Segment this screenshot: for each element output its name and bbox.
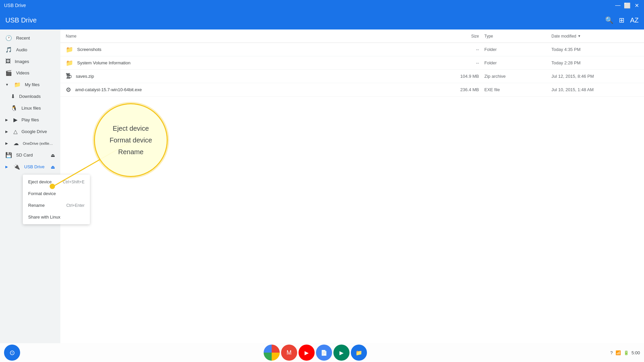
ctx-eject-shortcut: Ctrl+Shift+E bbox=[63, 180, 85, 184]
play-files-icon: ▶ bbox=[13, 117, 17, 123]
sidebar-label-linux-files: Linux files bbox=[21, 106, 41, 111]
date-header-label: Date modified bbox=[551, 34, 576, 39]
file-name: System Volume Information bbox=[77, 60, 444, 65]
sidebar-item-recent[interactable]: 🕐 Recent bbox=[0, 32, 60, 44]
context-menu: Eject device Ctrl+Shift+E Format device … bbox=[23, 175, 90, 224]
sidebar-label-usb-drive: USB Drive bbox=[24, 164, 45, 169]
taskbar-gmail[interactable]: M bbox=[281, 345, 297, 361]
sidebar-label-my-files: My files bbox=[25, 82, 40, 87]
sd-card-eject-icon[interactable]: ⏏ bbox=[51, 153, 55, 158]
folder-icon: 📁 bbox=[66, 46, 73, 53]
main-area: 🕐 Recent 🎵 Audio 🖼 Images 🎬 Videos ▼ 📁 M… bbox=[0, 29, 644, 343]
minimize-button[interactable]: — bbox=[614, 2, 621, 9]
file-date: Today 4:35 PM bbox=[551, 47, 639, 52]
mag-rename[interactable]: Rename bbox=[95, 147, 167, 157]
images-icon: 🖼 bbox=[5, 58, 11, 64]
taskbar-left: ⊙ bbox=[4, 345, 20, 361]
sidebar-item-google-drive[interactable]: ▶ △ Google Drive bbox=[0, 126, 60, 137]
ctx-rename-label: Rename bbox=[28, 203, 45, 208]
file-size: -- bbox=[444, 60, 484, 65]
sidebar-label-images: Images bbox=[15, 59, 29, 64]
battery-icon[interactable]: 🔋 bbox=[624, 350, 629, 355]
column-header-name[interactable]: Name bbox=[66, 34, 444, 39]
table-header: Name Size Type Date modified ▼ bbox=[60, 29, 644, 43]
ctx-format-device[interactable]: Format device bbox=[23, 188, 90, 199]
table-row[interactable]: 📁 System Volume Information -- Folder To… bbox=[60, 56, 644, 70]
sidebar-item-linux-files[interactable]: 🐧 Linux files bbox=[0, 102, 60, 114]
file-date: Jul 10, 2015, 1:48 AM bbox=[551, 87, 639, 92]
expand-google-drive-icon: ▶ bbox=[5, 130, 8, 133]
sidebar-label-recent: Recent bbox=[16, 36, 30, 41]
ctx-eject-label: Eject device bbox=[28, 179, 52, 184]
search-icon[interactable]: 🔍 bbox=[605, 16, 613, 24]
file-type: Zip archive bbox=[484, 74, 551, 79]
magnifier-callout: Eject device Format device Rename bbox=[94, 103, 168, 177]
sidebar-item-downloads[interactable]: ⬇ Downloads bbox=[0, 90, 60, 102]
expand-onedrive-icon: ▶ bbox=[5, 141, 8, 145]
ctx-share-linux[interactable]: Share with Linux bbox=[23, 211, 90, 223]
sidebar-item-onedrive[interactable]: ▶ ☁ OneDrive (exfileme@outlook... bbox=[0, 137, 60, 149]
taskbar-chrome[interactable] bbox=[264, 345, 280, 361]
taskbar-youtube[interactable]: ▶ bbox=[299, 345, 315, 361]
sidebar-item-usb-drive[interactable]: ▶ 🔌 USB Drive ⏏ bbox=[0, 161, 60, 173]
videos-icon: 🎬 bbox=[5, 70, 12, 76]
app-header-actions: 🔍 ⊞ AZ bbox=[605, 16, 639, 24]
file-type: Folder bbox=[484, 60, 551, 65]
table-row[interactable]: 🗜 saves.zip 104.9 MB Zip archive Jul 12,… bbox=[60, 70, 644, 83]
downloads-icon: ⬇ bbox=[11, 93, 15, 100]
table-row[interactable]: 📁 Screenshots -- Folder Today 4:35 PM bbox=[60, 43, 644, 56]
file-size: 236.4 MB bbox=[444, 87, 484, 92]
usb-drive-eject-icon[interactable]: ⏏ bbox=[51, 164, 55, 170]
table-row[interactable]: ⚙ amd-catalyst-15.7-win10-64bit.exe 236.… bbox=[60, 83, 644, 97]
taskbar-files[interactable]: 📁 bbox=[351, 345, 367, 361]
grid-view-icon[interactable]: ⊞ bbox=[619, 16, 625, 24]
column-header-date[interactable]: Date modified ▼ bbox=[551, 34, 639, 39]
ctx-eject-device[interactable]: Eject device Ctrl+Shift+E bbox=[23, 176, 90, 188]
sidebar-item-videos[interactable]: 🎬 Videos bbox=[0, 67, 60, 79]
file-size: 104.9 MB bbox=[444, 74, 484, 79]
audio-icon: 🎵 bbox=[5, 47, 12, 53]
sd-card-icon: 💾 bbox=[5, 152, 12, 158]
mag-format-device[interactable]: Format device bbox=[95, 135, 167, 145]
help-icon[interactable]: ? bbox=[610, 350, 612, 355]
taskbar: ⊙ M ▶ 📄 ▶ 📁 ? 📶 🔋 5:00 bbox=[0, 343, 644, 362]
ctx-share-label: Share with Linux bbox=[28, 215, 60, 220]
title-bar: USB Drive — ⬜ ✕ bbox=[0, 0, 644, 11]
folder-icon: 📁 bbox=[66, 59, 73, 67]
sidebar-item-play-files[interactable]: ▶ ▶ Play files bbox=[0, 114, 60, 126]
sidebar-label-downloads: Downloads bbox=[19, 94, 41, 99]
ctx-format-label: Format device bbox=[28, 191, 56, 196]
sidebar-item-sd-card[interactable]: 💾 SD Card ⏏ bbox=[0, 149, 60, 161]
launcher-button[interactable]: ⊙ bbox=[4, 345, 20, 361]
sidebar-label-videos: Videos bbox=[16, 70, 30, 75]
file-date: Today 2:28 PM bbox=[551, 60, 639, 65]
clock: 5:00 bbox=[632, 350, 640, 355]
taskbar-center: M ▶ 📄 ▶ 📁 bbox=[264, 345, 367, 361]
sort-button[interactable]: AZ bbox=[630, 16, 639, 24]
title-bar-title: USB Drive bbox=[4, 3, 26, 8]
column-header-size[interactable]: Size bbox=[444, 34, 484, 39]
file-size: -- bbox=[444, 47, 484, 52]
file-type: EXE file bbox=[484, 87, 551, 92]
linux-files-icon: 🐧 bbox=[11, 105, 17, 111]
column-header-type[interactable]: Type bbox=[484, 34, 551, 39]
mag-eject-device[interactable]: Eject device bbox=[95, 123, 167, 134]
file-date: Jul 12, 2015, 8:46 PM bbox=[551, 74, 639, 79]
ctx-rename[interactable]: Rename Ctrl+Enter bbox=[23, 199, 90, 211]
wifi-icon[interactable]: 📶 bbox=[615, 350, 621, 355]
close-button[interactable]: ✕ bbox=[633, 2, 640, 9]
sidebar-item-images[interactable]: 🖼 Images bbox=[0, 56, 60, 67]
sidebar-label-play-files: Play files bbox=[21, 117, 39, 122]
file-name: saves.zip bbox=[76, 74, 444, 79]
maximize-button[interactable]: ⬜ bbox=[624, 2, 631, 9]
app-title: USB Drive bbox=[5, 16, 37, 24]
sidebar-item-audio[interactable]: 🎵 Audio bbox=[0, 44, 60, 56]
recent-icon: 🕐 bbox=[5, 35, 12, 41]
google-drive-icon: △ bbox=[13, 128, 17, 135]
app-header: USB Drive 🔍 ⊞ AZ bbox=[0, 11, 644, 29]
onedrive-icon: ☁ bbox=[13, 140, 19, 146]
zip-icon: 🗜 bbox=[66, 73, 72, 80]
sidebar-item-my-files[interactable]: ▼ 📁 My files bbox=[0, 79, 60, 90]
taskbar-play-store[interactable]: ▶ bbox=[333, 345, 350, 361]
taskbar-docs[interactable]: 📄 bbox=[316, 345, 332, 361]
